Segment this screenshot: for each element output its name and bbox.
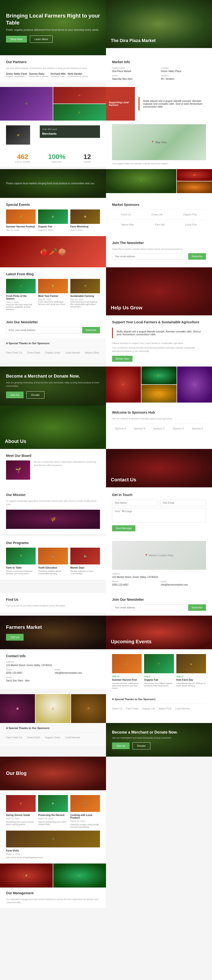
left-fm-sponsor-3: Organic Union <box>45 736 61 739</box>
mission-img: 🌾 <box>6 510 100 529</box>
merchant-join-btn[interactable]: Join Us <box>6 391 24 398</box>
left-img-red: 🍅 <box>53 87 106 103</box>
right-map: 📍 Map View <box>112 124 206 160</box>
help-grow-quote: Nulla aliquet nisl a augue blandit susci… <box>112 328 206 338</box>
sponsor-5: Farm Aid <box>155 223 165 226</box>
contact-email-input[interactable] <box>160 500 206 506</box>
about-board-img: 🌱 <box>6 460 30 480</box>
welcome-sponsor-3: Sponsor C <box>153 427 165 430</box>
contact-email-info: Email info@farmersmarket.com <box>161 580 206 586</box>
stat-farms: 462 LOCAL FARMS <box>15 153 30 163</box>
events-sponsor-3: Organic Life <box>142 707 155 710</box>
findus-title: Find Us <box>6 598 100 601</box>
specials-title: Special Events <box>6 203 100 207</box>
contact-newsletter-btn[interactable]: Subscribe <box>188 605 206 611</box>
right-newsletter-input[interactable] <box>112 253 187 260</box>
blog-post-3: 🌱 Sustainable Farming May 10, 2024 How l… <box>70 279 100 310</box>
events-sponsor-4: Nature First <box>159 707 171 710</box>
partner-item-2: Sunrise Dairy Fresh milk & cheese <box>29 73 49 78</box>
left-strip-2: 🧅 <box>35 694 70 723</box>
sponsor-6: Local First <box>185 223 197 226</box>
mission-text: To support sustainable agriculture and p… <box>6 500 100 506</box>
sponsor-1: Fresh Co <box>121 213 131 216</box>
welcome-sponsor-4: Sponsor D <box>172 427 184 430</box>
merchant-donate-btn[interactable]: Donate <box>27 391 44 398</box>
merchant-img: 🌾 <box>6 126 30 145</box>
contact-address: Address 123 Market Street, Green Valley,… <box>112 573 206 578</box>
left-newsletter-input[interactable] <box>6 327 81 333</box>
left-sponsor-2: Green Earth <box>27 352 40 354</box>
right-merchant-donate-btn[interactable]: Donate <box>133 742 150 749</box>
left-fm-sponsors-title: A Special Thanks to Our Sponsors <box>6 727 100 729</box>
contact-newsletter-input[interactable] <box>112 605 187 611</box>
right-img-strip-1: 🌿 <box>106 169 176 193</box>
special-event-2: 🥬 Organic Fair August 3, 2024 <box>38 210 68 231</box>
left-img-green: 🥦 <box>53 104 106 121</box>
left-fm-sponsor-2: Green Earth <box>27 736 40 739</box>
events-sponsors-title: A Special Thanks to Our Sponsors <box>112 698 206 701</box>
sponsor-3: Organic Plus <box>183 213 197 216</box>
help-grow-donate-desc: Make a Donation to Support Your Local Fa… <box>112 342 206 345</box>
welcome-sponsor-2: Sponsor B <box>134 427 145 430</box>
right-merchant-join-btn[interactable]: Join Us <box>112 743 130 749</box>
right-img-grid-2: 🥦 <box>141 366 176 384</box>
help-grow-donate-btn[interactable]: Donate Now <box>112 356 133 362</box>
left-sponsor-3: Organic Union <box>45 352 61 354</box>
our-management-title: Our Management <box>6 891 100 895</box>
market-name-item: Market Name Dira Plaza Market <box>112 67 157 73</box>
left-strip-1: 🌸 <box>0 694 35 723</box>
left-strip-3: 🥔 <box>71 694 106 723</box>
left-newsletter-btn[interactable]: Subscribe <box>82 327 100 333</box>
blog-title: Latest From Blog <box>6 272 100 276</box>
contact-message-input[interactable] <box>112 508 206 522</box>
contact-form-title: Get in Touch <box>112 493 206 497</box>
hero-btn-shop[interactable]: Shop Now <box>6 36 27 43</box>
blog-strip-1: 🥬 <box>0 864 53 888</box>
market-hours-item: Hours Saturday 8am-3pm <box>112 75 157 80</box>
right-newsletter-btn[interactable]: Subscribe <box>188 253 206 260</box>
contact-send-btn[interactable]: Send Message <box>112 525 135 531</box>
right-support-desc: Your support helps us maintain a vibrant… <box>112 162 206 165</box>
partner-item-3: Orchard Hills Seasonal fruits <box>51 73 66 78</box>
help-grow-subtitle: Support Your Local Farmers & Sustainable… <box>112 320 206 324</box>
merchant-banner-desc: Join our growing community of local farm… <box>6 381 100 388</box>
sponsor-4: Nature Way <box>121 223 134 226</box>
events-sponsor-5: Local Harvest <box>175 707 190 710</box>
rc-hero-title: The Dira Plaza Market <box>111 38 156 43</box>
right-img-grid-3: 🌽 <box>141 385 176 402</box>
event-2: 🌿 Aug 3 Organic Fair Showcase of certifi… <box>144 654 174 689</box>
market-sponsors-title: Market Sponsors <box>112 203 206 207</box>
left-newsletter-title: Join Our Newsletter <box>6 320 100 324</box>
programs-title: Our Programs <box>6 541 100 545</box>
right-newsletter-title: Join The Newsletter <box>112 241 206 245</box>
market-vendors-item: Vendors 45+ Vendors <box>161 75 206 80</box>
contact-map: 📍 Market Location Map <box>112 541 206 570</box>
farmers-market-btn[interactable]: Visit Us <box>6 634 24 641</box>
right-newsletter-desc: Subscribe to receive updates about marke… <box>112 248 206 251</box>
contact-name-input[interactable] <box>112 500 158 506</box>
blog-left-2: 🫙 Preserving the Harvest March 28, 2024 … <box>38 795 68 828</box>
hero-title: Bringing Local Farmers Right to your Tab… <box>6 13 100 26</box>
merchant-banner-title: Become a Merchant or Donate Now. <box>6 374 100 379</box>
market-contact-email: Email info@farmersmarket.com <box>55 668 100 674</box>
partner-item-4: Herb Garden Fresh herbs & spices <box>68 73 88 78</box>
help-grow-donate-text: Your contribution directly benefits loca… <box>112 346 206 353</box>
welcome-title: Welcome to Sponsors Hub <box>112 410 206 414</box>
hero-subtitle: Fresh, organic produce delivered from lo… <box>6 29 100 31</box>
special-event-3: 🧅 Farm Workshop Sept 5, 2024 <box>70 210 100 231</box>
hero-btn-learn[interactable]: Learn More <box>30 35 53 43</box>
contact-phone: Phone (555) 123-4567 <box>112 580 157 586</box>
right-img-strip-2: 🍎 <box>177 169 212 181</box>
events-hero: Upcoming Events <box>106 616 212 649</box>
blog-left-4: 🚜 Farm Visits March 1, 2024 Join us for … <box>6 830 100 859</box>
welcome-sponsor-5: Sponsor E <box>192 427 203 430</box>
right-merchant-desc: Join our marketplace and reach thousands… <box>112 737 206 740</box>
event-3: 👦 Aug 17 Kids Farm Day Educational day f… <box>176 654 206 689</box>
left-fm-sponsor-1: Farm Fresh Co <box>6 736 22 739</box>
market-contact-phone: Phone (555) 123-4567 <box>6 668 51 674</box>
left-fm-sponsor-4: Local Harvest <box>65 736 80 739</box>
farmers-market-hero-title: Farmers Market <box>6 625 100 630</box>
market-contact-address: Address 123 Market Street, Green Valley,… <box>6 661 100 667</box>
blog-left-3: 🍳 Cooking with Local Produce March 15, 2… <box>70 795 100 828</box>
event-1: 🎉 July 15 Summer Harvest Fest Annual sum… <box>112 654 142 689</box>
